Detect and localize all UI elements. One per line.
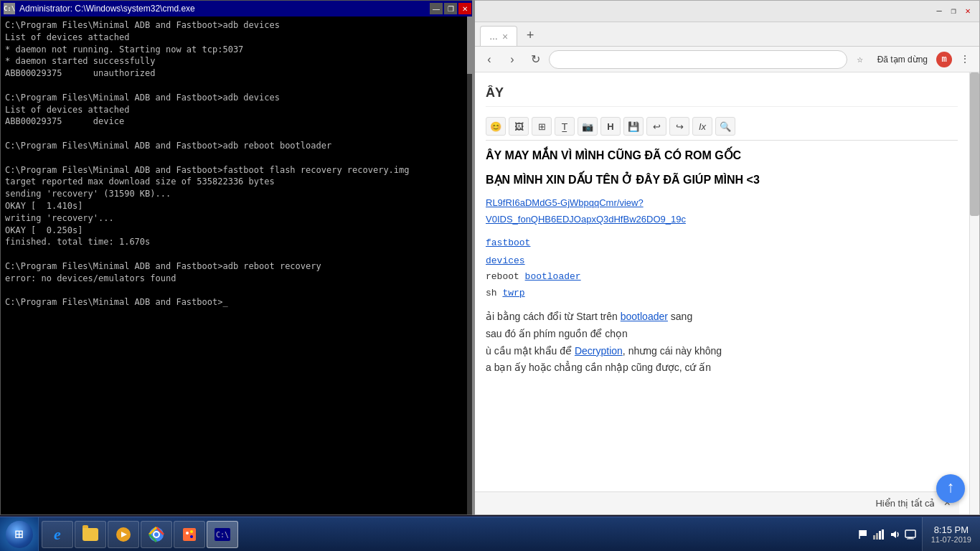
network-icon[interactable] xyxy=(873,529,885,540)
upload-button[interactable]: ↑ xyxy=(936,474,965,503)
display-icon[interactable] xyxy=(905,529,916,540)
refresh-button[interactable]: ↻ xyxy=(526,50,545,69)
show-all-button[interactable]: Hiển thị tất cả xyxy=(875,498,935,509)
svg-rect-20 xyxy=(907,538,914,539)
instruction-4: a bạn ấy hoặc chẳng cần nhập cũng được, … xyxy=(486,359,958,377)
svg-rect-11 xyxy=(859,530,867,536)
search-content-button[interactable]: 🔍 xyxy=(715,117,735,136)
svg-rect-16 xyxy=(882,529,884,540)
cmd-flash: sh twrp xyxy=(486,286,958,301)
svg-rect-5 xyxy=(183,528,196,541)
paint-icon xyxy=(182,527,197,542)
svg-point-4 xyxy=(154,532,159,537)
cmd-icon: C:\ xyxy=(4,3,15,14)
taskbar-item-media[interactable] xyxy=(108,521,139,548)
taskbar-item-paint[interactable] xyxy=(174,521,205,548)
instruction-2: sau đó ấn phím nguồn để chọn xyxy=(486,326,958,343)
flag-icon xyxy=(858,529,868,540)
cmd-content: C:\Program Files\Minimal ADB and Fastboo… xyxy=(1,17,474,514)
browser-toolbar: ‹ › ↻ ☆ Đã tạm dừng m ⋮ xyxy=(474,47,979,72)
browser-titlebar: — ❐ ✕ xyxy=(474,1,979,22)
monitor-icon xyxy=(905,529,916,540)
post-link-1[interactable]: RL9fRI6aDMdG5-GjWbpqqCmr/view? xyxy=(486,197,644,208)
ie-icon: e xyxy=(54,525,61,544)
browser-titlebar-buttons: — ❐ ✕ xyxy=(933,6,974,17)
browser-minimize-button[interactable]: — xyxy=(933,6,945,17)
windows-logo: ⊞ xyxy=(14,525,23,543)
svg-point-6 xyxy=(186,532,189,534)
tab-close-button[interactable]: × xyxy=(502,31,508,42)
browser-content: 😊 🖼 ⊞ T̲ 📷 H 💾 ↩ ↪ Ix 🔍 ÂY MAY MẮN VÌ MÌ… xyxy=(474,72,979,514)
clock-area[interactable]: 8:15 PM 11-07-2019 xyxy=(922,517,980,551)
notification-flag-icon[interactable] xyxy=(857,529,869,540)
camera-button[interactable]: 📷 xyxy=(578,117,598,136)
taskbar-items: e xyxy=(39,517,241,551)
menu-button[interactable]: ⋮ xyxy=(956,51,974,68)
cmd-titlebar-left: C:\ Administrator: C:\Windows\system32\c… xyxy=(4,3,195,14)
avatar-letter: m xyxy=(941,55,946,65)
forward-button[interactable]: › xyxy=(503,50,522,69)
fastboot-label[interactable]: fastboot xyxy=(486,236,958,251)
cmd-devices[interactable]: devices xyxy=(486,254,958,269)
address-bar[interactable] xyxy=(549,50,847,69)
cmd-reboot: reboot bootloader xyxy=(486,270,958,285)
tab-bar: … × + xyxy=(474,22,979,47)
undo-button[interactable]: ↩ xyxy=(646,117,666,136)
star-icon[interactable]: ☆ xyxy=(852,51,869,68)
svg-rect-18 xyxy=(905,530,915,537)
start-button[interactable]: ⊞ xyxy=(0,517,39,551)
subject-input[interactable] xyxy=(486,85,958,100)
media-player-icon xyxy=(116,527,131,542)
cmd-output: C:\Program Files\Minimal ADB and Fastboo… xyxy=(5,19,470,309)
content-scrollbar-thumb xyxy=(970,72,979,216)
clock-date: 11-07-2019 xyxy=(931,535,971,544)
cmd-minimize-button[interactable]: — xyxy=(430,3,443,14)
new-tab-button[interactable]: + xyxy=(520,26,540,46)
taskbar-item-folder[interactable] xyxy=(75,521,106,548)
instruction-1: ải bằng cách đổi từ Start trên bootloade… xyxy=(486,309,958,326)
cmd-titlebar-buttons: — ❐ ✕ xyxy=(430,3,471,14)
save-button[interactable]: 💾 xyxy=(623,117,644,136)
cmd-titlebar: C:\ Administrator: C:\Windows\system32\c… xyxy=(1,1,474,17)
cmd-bootloader-link[interactable]: bootloader xyxy=(525,271,581,282)
post-instructions: ải bằng cách đổi từ Start trên bootloade… xyxy=(486,309,958,377)
taskbar: ⊞ e xyxy=(0,517,980,551)
taskbar-item-chrome[interactable] xyxy=(141,521,172,548)
browser-tab[interactable]: … × xyxy=(480,26,517,46)
table-button[interactable]: ⊞ xyxy=(532,117,552,136)
show-all-bar: Hiển thị tất cả × xyxy=(474,491,959,514)
editor-toolbar: 😊 🖼 ⊞ T̲ 📷 H 💾 ↩ ↪ Ix 🔍 xyxy=(486,113,958,141)
chrome-icon xyxy=(149,527,164,542)
cmd-close-button[interactable]: ✕ xyxy=(458,3,471,14)
email-editor: 😊 🖼 ⊞ T̲ 📷 H 💾 ↩ ↪ Ix 🔍 ÂY MAY MẮN VÌ MÌ… xyxy=(474,72,969,514)
clock-time: 8:15 PM xyxy=(934,524,969,535)
bootloader-link[interactable]: bootloader xyxy=(621,311,668,322)
svg-rect-15 xyxy=(879,531,881,540)
taskbar-item-ie[interactable]: e xyxy=(42,521,73,548)
account-avatar[interactable]: m xyxy=(936,52,952,67)
network-status-icon xyxy=(873,529,885,540)
text-format-button[interactable]: T̲ xyxy=(555,117,575,136)
clear-format-button[interactable]: Ix xyxy=(692,117,712,136)
emoji-button[interactable]: 😊 xyxy=(486,117,506,136)
start-orb: ⊞ xyxy=(6,521,33,548)
taskbar-item-cmd[interactable]: C:\ xyxy=(207,521,238,548)
folder-icon xyxy=(83,528,98,541)
content-scrollbar[interactable] xyxy=(969,72,979,514)
back-button[interactable]: ‹ xyxy=(480,50,499,69)
browser-restore-button[interactable]: ❐ xyxy=(948,6,959,17)
cmd-restore-button[interactable]: ❐ xyxy=(444,3,457,14)
cmd-twrp-link[interactable]: twrp xyxy=(502,288,524,298)
svg-rect-14 xyxy=(876,533,878,540)
decryption-link[interactable]: Decryption xyxy=(575,345,623,357)
post-link-2[interactable]: V0IDS_fonQHB6EDJOapxQ3dHfBw26DO9_19c xyxy=(486,214,686,225)
svg-point-7 xyxy=(190,530,193,533)
browser-close-button[interactable]: ✕ xyxy=(962,6,974,17)
redo-button[interactable]: ↪ xyxy=(669,117,689,136)
volume-icon[interactable] xyxy=(889,529,900,540)
svg-rect-13 xyxy=(873,535,875,540)
post-main-text-2: BẠN MÌNH XIN DẤU TÊN Ở ĐÂY ĐÃ GIÚP MÌNH … xyxy=(486,171,958,189)
heading-button[interactable]: H xyxy=(600,117,621,136)
image-button[interactable]: 🖼 xyxy=(509,117,529,136)
taskbar-left: ⊞ e xyxy=(0,517,241,551)
